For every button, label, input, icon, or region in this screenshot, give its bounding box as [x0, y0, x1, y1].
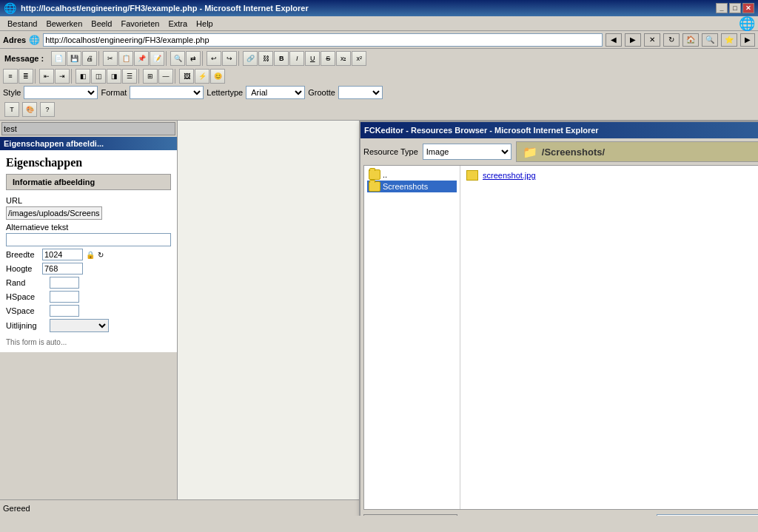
close-button[interactable]: ✕ [742, 3, 754, 13]
rand-input[interactable] [50, 277, 79, 289]
style-select[interactable] [24, 86, 98, 99]
home-button[interactable]: 🏠 [682, 33, 699, 47]
italic-btn[interactable]: I [289, 51, 304, 66]
forward-button[interactable]: ▶ [625, 33, 641, 47]
bold-btn[interactable]: B [274, 51, 289, 66]
upload-file-input[interactable] [657, 514, 758, 516]
browser-content: Message : 📄 💾 🖨 ✂ 📋 📌 📝 🔍 ⇄ ↩ ↪ 🔗 ⛓ B [0, 49, 758, 516]
indent-btn[interactable]: ⇥ [55, 69, 70, 84]
breedte-row: Breedte 🔒 ↻ [6, 249, 171, 260]
hoogte-input[interactable] [42, 263, 83, 275]
dialog-title: FCKeditor - Resources Browser - Microsof… [364, 126, 599, 135]
redo-btn[interactable]: ↪ [222, 51, 237, 66]
current-path: /Screenshots/ [542, 147, 605, 158]
ol-btn[interactable]: ≣ [19, 69, 33, 84]
search-button[interactable]: 🔍 [702, 33, 718, 47]
create-folder-button[interactable]: Create New Folder [363, 514, 457, 516]
favorites-button[interactable]: ⭐ [721, 33, 737, 47]
minimize-button[interactable]: _ [716, 3, 728, 13]
sup-btn[interactable]: x² [352, 51, 366, 66]
dialog-middle: .. Screenshots screenshot.jpg [363, 165, 758, 510]
uitlijning-select[interactable] [50, 319, 109, 332]
go-button[interactable]: ▶ [740, 33, 755, 47]
test-area: test [1, 122, 175, 135]
browser-title: http://localhost/engineering/FH3/example… [21, 4, 309, 13]
undo-btn[interactable]: ↩ [207, 51, 221, 66]
panel-content: Eigenschappen Informatie afbeelding URL … [0, 150, 177, 352]
panel-titlebar: Eigenschappen afbeeldi... [0, 137, 177, 150]
flash-btn[interactable]: ⚡ [195, 69, 209, 84]
maximize-button[interactable]: □ [729, 3, 741, 13]
replace-btn[interactable]: ⇄ [186, 51, 201, 66]
panel-heading: Eigenschappen [6, 156, 171, 169]
format-select[interactable] [130, 86, 204, 99]
paste-text-btn[interactable]: 📝 [150, 51, 164, 66]
menu-bestand[interactable]: Bestand [3, 18, 41, 30]
fck-toolbar-area: Message : 📄 💾 🖨 ✂ 📋 📌 📝 🔍 ⇄ ↩ ↪ 🔗 ⛓ B [0, 49, 758, 121]
outdent-btn[interactable]: ⇤ [39, 69, 54, 84]
hoogte-label: Hoogte [6, 264, 39, 273]
menu-help[interactable]: Help [192, 18, 218, 30]
stop-button[interactable]: ✕ [644, 33, 660, 47]
extra-toolbar: T 🎨 ? [1, 101, 757, 118]
underline-btn[interactable]: U [305, 51, 320, 66]
file-name[interactable]: screenshot.jpg [483, 171, 758, 180]
window-controls: _ □ ✕ [716, 3, 754, 13]
right-area: FCKeditor - Resources Browser - Microsof… [178, 121, 758, 516]
link-btn[interactable]: 🔗 [243, 51, 258, 66]
refresh-icon[interactable]: ↻ [98, 251, 104, 259]
toolbar-row-1: 📄 💾 🖨 ✂ 📋 📌 📝 🔍 ⇄ ↩ ↪ 🔗 ⛓ B I U [50, 50, 368, 67]
extra-btn2[interactable]: 🎨 [22, 102, 37, 117]
tree-item-parent[interactable]: .. [367, 169, 457, 181]
align-right-btn[interactable]: ◨ [107, 69, 121, 84]
refresh-button[interactable]: ↻ [663, 33, 680, 47]
ie-icon: 🌐 [739, 16, 755, 32]
address-input[interactable] [43, 33, 603, 47]
sub-btn[interactable]: x₂ [336, 51, 351, 66]
grootte-select[interactable] [338, 86, 383, 99]
fck-dialog: FCKeditor - Resources Browser - Microsof… [359, 121, 758, 516]
save-btn[interactable]: 💾 [67, 51, 81, 66]
unlink-btn[interactable]: ⛓ [258, 51, 273, 66]
paste-btn[interactable]: 📌 [134, 51, 149, 66]
menu-favorieten[interactable]: Favorieten [116, 18, 164, 30]
list-item[interactable]: screenshot.jpg 198 KB [463, 169, 758, 182]
find-btn[interactable]: 🔍 [170, 51, 185, 66]
format-bar: Style Format Lettertype Arial Grootte [1, 84, 757, 101]
dialog-top: Resource Type Image File Flash Media 📁 /… [363, 141, 758, 162]
folder-icon-path: 📁 [523, 145, 537, 159]
smiley-btn[interactable]: 😊 [210, 69, 225, 84]
code-btn[interactable]: 📄 [51, 51, 66, 66]
extra-btn1[interactable]: T [4, 102, 19, 117]
print-btn[interactable]: 🖨 [82, 51, 97, 66]
align-justify-btn[interactable]: ☰ [122, 69, 137, 84]
alt-input[interactable] [6, 233, 171, 246]
copy-btn[interactable]: 📋 [118, 51, 133, 66]
style-label: Style [3, 88, 21, 97]
menu-bewerken[interactable]: Bewerken [41, 18, 87, 30]
ul-btn[interactable]: ≡ [3, 69, 18, 84]
address-bar: Adres 🌐 ◀ ▶ ✕ ↻ 🏠 🔍 ⭐ ▶ [0, 31, 758, 49]
upload-section: Upload a new file in this folder Bladere… [545, 514, 758, 516]
hspace-input[interactable] [50, 291, 79, 303]
sep4 [238, 51, 241, 66]
sep7 [138, 69, 141, 84]
grootte-label: Grootte [308, 88, 335, 97]
table-btn[interactable]: ⊞ [143, 69, 158, 84]
url-input[interactable] [6, 206, 102, 220]
strikethrough-btn[interactable]: S [321, 51, 335, 66]
help-btn[interactable]: ? [40, 102, 55, 117]
hr-btn[interactable]: — [158, 69, 173, 84]
menu-beeld[interactable]: Beeld [87, 18, 116, 30]
align-left-btn[interactable]: ◧ [76, 69, 90, 84]
lettertype-select[interactable]: Arial [246, 86, 305, 99]
cut-btn[interactable]: ✂ [103, 51, 118, 66]
breedte-input[interactable] [42, 249, 83, 260]
align-center-btn[interactable]: ◫ [91, 69, 106, 84]
resource-type-select[interactable]: Image File Flash Media [423, 144, 512, 160]
tree-item-screenshots[interactable]: Screenshots [367, 181, 457, 192]
menu-extra[interactable]: Extra [164, 18, 192, 30]
vspace-input[interactable] [50, 305, 79, 317]
back-button[interactable]: ◀ [606, 33, 622, 47]
image-btn[interactable]: 🖼 [179, 69, 194, 84]
